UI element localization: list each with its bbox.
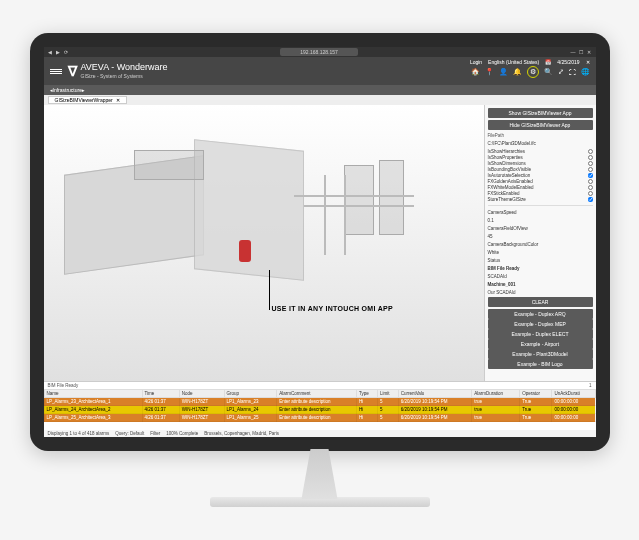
app-screen: ◀ ▶ ⟳ 192.168.128.157 — ☐ ✕ ∇ AVEVA - Wo…	[44, 47, 596, 437]
cell: LP1_Alarms_24	[224, 406, 277, 414]
breadcrumb-item[interactable]: Infrastructure	[53, 87, 82, 93]
prop-checkbox[interactable]	[588, 161, 593, 166]
breadcrumb[interactable]: ◂ Infrastructure ▸	[44, 85, 596, 95]
col-header[interactable]: CurrentValu	[398, 390, 472, 398]
alarm-status: BIM File Ready	[48, 383, 79, 388]
window-close-icon[interactable]: ✕	[586, 59, 590, 65]
col-header[interactable]: AlarmDuration	[472, 390, 520, 398]
prop-checkbox[interactable]	[588, 185, 593, 190]
example-button[interactable]: Example - Duplex ARQ	[488, 309, 593, 319]
col-header[interactable]: UnAckDurati	[552, 390, 595, 398]
footer-complete: 100% Complete	[166, 431, 198, 436]
aveva-logo: ∇	[68, 63, 77, 79]
prop-checkbox[interactable]	[588, 173, 593, 178]
fullscreen-icon[interactable]: ⛶	[569, 69, 576, 76]
prop-checkbox[interactable]	[588, 179, 593, 184]
show-app-button[interactable]: Show GISizeBIMViewer App	[488, 108, 593, 118]
prop-checkbox[interactable]	[588, 149, 593, 154]
cell: 00:00:00:00	[552, 414, 595, 422]
cell: WIN-H178ZT	[179, 414, 224, 422]
user-icon[interactable]: 👤	[499, 68, 508, 76]
date-label: 4/25/2019	[557, 59, 579, 65]
footer-filter[interactable]: Filter	[150, 431, 160, 436]
col-header[interactable]: Group	[224, 390, 277, 398]
clear-button[interactable]: CLEAR	[488, 297, 593, 307]
col-header[interactable]: Node	[179, 390, 224, 398]
example-button[interactable]: Example - Duplex ELECT	[488, 329, 593, 339]
col-header[interactable]: Name	[44, 390, 142, 398]
col-header[interactable]: Operator	[520, 390, 552, 398]
reload-icon[interactable]: ⟳	[64, 49, 68, 55]
prop-checkbox[interactable]	[588, 167, 593, 172]
cam-speed-label: CameraSpeed	[488, 210, 517, 215]
login-link[interactable]: Login	[470, 59, 482, 65]
min-icon[interactable]: —	[570, 49, 575, 55]
highlighted-tool-icon[interactable]: ⚙	[527, 66, 539, 78]
home-icon[interactable]: 🏠	[471, 68, 480, 76]
callout-text: USE IT IN ANY INTOUCH OMI APP	[272, 305, 394, 312]
3d-model	[44, 105, 484, 381]
prop-label: FXGoldenAxisEnabled	[488, 179, 533, 184]
cell: true	[472, 414, 520, 422]
prop-label: IsShowHierarchies	[488, 149, 526, 154]
table-row[interactable]: LP_Alarms_25_ArchitectArea_34/26 01:37WI…	[44, 414, 595, 422]
prop-label: IsShowProperties	[488, 155, 523, 160]
cell: 6/20/2019 10:19:54 PM	[398, 414, 472, 422]
monitor-stand-neck	[290, 449, 350, 499]
prop-checkbox[interactable]	[588, 197, 593, 202]
prop-row: StoreThemeGISize	[488, 196, 593, 202]
pin-icon[interactable]: 📍	[485, 68, 494, 76]
alarm-footer: Displaying 1 to 4 of 418 alarms Query: D…	[44, 430, 596, 437]
forward-icon[interactable]: ▶	[56, 49, 60, 55]
prop-label: IsShowDimensions	[488, 161, 526, 166]
locale-label[interactable]: English (United States)	[488, 59, 539, 65]
cell: 5	[378, 406, 399, 414]
col-header[interactable]: Type	[357, 390, 378, 398]
cell: Hi	[357, 414, 378, 422]
search-icon[interactable]: 🔍	[544, 68, 553, 76]
cell: LP_Alarms_23_ArchitectArea_1	[44, 398, 142, 406]
filepath-label: FilePath	[488, 133, 593, 138]
globe-icon[interactable]: 🌐	[581, 68, 590, 76]
hide-app-button[interactable]: Hide GISizeBIMViewer App	[488, 120, 593, 130]
example-button[interactable]: Example - Plant3DModel	[488, 349, 593, 359]
footer-tz: Brussels, Copenhagen, Madrid, Paris	[204, 431, 279, 436]
cam-speed-value: 0.1	[488, 218, 494, 223]
cell: Hi	[357, 406, 378, 414]
close-icon[interactable]: ✕	[587, 49, 591, 55]
app-subtitle: GISize - System of Systems	[81, 73, 168, 79]
prop-checkbox[interactable]	[588, 191, 593, 196]
cell: True	[520, 398, 552, 406]
col-header[interactable]: AlarmComment	[277, 390, 357, 398]
prop-checkbox[interactable]	[588, 155, 593, 160]
status-label: Status	[488, 258, 501, 263]
tab-bimviewer[interactable]: GISizeBIMViewerWrapper ✕	[48, 96, 127, 104]
max-icon[interactable]: ☐	[579, 49, 583, 55]
cell: LP_Alarms_24_ArchitectArea_2	[44, 406, 142, 414]
cell: 6/20/2019 10:19:54 PM	[398, 406, 472, 414]
cell: 4/26 01:37	[142, 414, 179, 422]
tab-close-icon[interactable]: ✕	[116, 97, 120, 103]
col-header[interactable]: Limit	[378, 390, 399, 398]
hamburger-icon[interactable]	[50, 69, 62, 74]
expand-icon[interactable]: ⤢	[558, 68, 564, 76]
example-button[interactable]: Example - Airport	[488, 339, 593, 349]
example-button[interactable]: Example - BIM Logo	[488, 359, 593, 369]
address-bar[interactable]: 192.168.128.157	[280, 48, 358, 56]
table-row[interactable]: LP_Alarms_24_ArchitectArea_24/26 01:37WI…	[44, 406, 595, 414]
main-area: USE IT IN ANY INTOUCH OMI APP Show GISiz…	[44, 105, 596, 381]
bell-icon[interactable]: 🔔	[513, 68, 522, 76]
calendar-icon[interactable]: 📅	[545, 59, 551, 65]
col-header[interactable]: Time	[142, 390, 179, 398]
cell: 6/20/2019 10:19:54 PM	[398, 398, 472, 406]
selected-object[interactable]	[239, 240, 251, 262]
example-button[interactable]: Example - Duplex MEP	[488, 319, 593, 329]
cam-fov-value: 45	[488, 234, 493, 239]
monitor-mockup: ◀ ▶ ⟳ 192.168.128.157 — ☐ ✕ ∇ AVEVA - Wo…	[30, 33, 610, 507]
cell: Hi	[357, 398, 378, 406]
callout-line	[269, 270, 270, 310]
back-icon[interactable]: ◀	[48, 49, 52, 55]
cell: 5	[378, 414, 399, 422]
table-row[interactable]: LP_Alarms_23_ArchitectArea_14/26 01:37WI…	[44, 398, 595, 406]
3d-viewport[interactable]: USE IT IN ANY INTOUCH OMI APP	[44, 105, 484, 381]
